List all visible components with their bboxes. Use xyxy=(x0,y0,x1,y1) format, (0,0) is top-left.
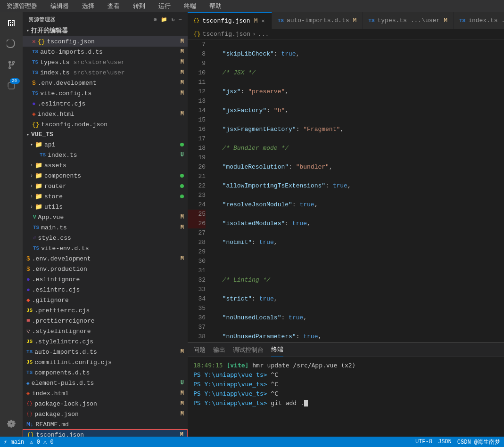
terminal-tabs: 问题 输出 调试控制台 终端 xyxy=(188,343,504,357)
tree-auto-imports2[interactable]: TS auto-imports.d.ts M xyxy=(23,347,188,357)
tab-close-icon[interactable]: ✕ xyxy=(260,16,265,25)
tab-json-icon: {} xyxy=(193,18,199,24)
menu-edit[interactable]: 编辑器 xyxy=(48,1,72,11)
open-file-tsconfig-node[interactable]: {} tsconfig.node.json xyxy=(23,119,188,130)
terminal-content[interactable]: 18:49:15 [vite] hmr update /src/App.vue … xyxy=(188,357,504,437)
tab-terminal[interactable]: 终端 xyxy=(271,343,283,357)
terminal-area: 问题 输出 调试控制台 终端 18:49:15 [vite] hmr updat… xyxy=(188,342,504,437)
tree-package-json[interactable]: {} package.json M xyxy=(23,409,188,419)
tree-app-vue[interactable]: V App.vue M xyxy=(23,212,188,222)
tab-ts-icon2: TS xyxy=(368,18,374,24)
menu-terminal[interactable]: 终端 xyxy=(181,1,199,11)
activity-settings-icon[interactable] xyxy=(2,414,21,433)
menu-run[interactable]: 运行 xyxy=(156,1,174,11)
breadcrumb: {} tsconfig.json › ... xyxy=(188,29,504,40)
open-file-eslint[interactable]: ● .eslintrc.cjs xyxy=(23,98,188,109)
code-content[interactable]: "skipLibCheck": true, /* JSX */ "jsx": "… xyxy=(211,40,504,342)
tree-tsconfig-json[interactable]: {} tsconfig.json M xyxy=(23,430,188,437)
menu-help[interactable]: 帮助 xyxy=(207,1,224,11)
open-file-env[interactable]: $ .env.development M xyxy=(23,78,188,88)
modified-dot4 xyxy=(180,195,184,198)
ts-icon2: TS xyxy=(32,59,38,65)
tree-element-puls[interactable]: ◈ element-puls.d.ts U xyxy=(23,378,188,388)
sidebar-icons: ⊕ 📁 ↻ ⋯ xyxy=(154,16,182,23)
sidebar-new-file-icon[interactable]: ⊕ xyxy=(154,16,157,23)
activity-extensions-icon[interactable]: 20 xyxy=(2,76,21,95)
tree-components-dts[interactable]: TS components.d.ts xyxy=(23,367,188,378)
folder-icon3: 📁 xyxy=(35,172,42,179)
tree-main-ts[interactable]: TS main.ts M xyxy=(23,222,188,233)
tab-types[interactable]: TS types.ts ...\user M xyxy=(363,12,454,29)
json-icon5: {} xyxy=(27,431,34,437)
open-file-index[interactable]: TS index.ts src\store\user M xyxy=(23,67,188,78)
open-editors-header[interactable]: ▾ 打开的编辑器 xyxy=(23,25,188,36)
tree-components-folder[interactable]: › 📁 components xyxy=(23,171,188,181)
tab-bar: {} tsconfig.json M ✕ TS auto-imports.d.t… xyxy=(188,12,504,29)
tree-index-html[interactable]: ◈ index.html M xyxy=(23,388,188,398)
status-branch[interactable]: ⚡ main xyxy=(4,439,24,446)
open-file-types[interactable]: TS types.ts src\store\user M xyxy=(23,57,188,67)
dollar-icon: $ xyxy=(32,80,36,87)
tree-store-folder[interactable]: › 📁 store xyxy=(23,191,188,202)
tree-api-index[interactable]: TS index.ts U xyxy=(23,150,188,160)
tree-commitlint[interactable]: JS commitlint.config.cjs xyxy=(23,357,188,367)
activity-explorer-icon[interactable] xyxy=(2,14,21,33)
json-icon: {} xyxy=(38,38,45,45)
activity-search-icon[interactable] xyxy=(2,35,21,54)
tree-package-lock[interactable]: {} package-lock.json M xyxy=(23,398,188,409)
tree-style-css[interactable]: # style.css xyxy=(23,233,188,243)
tree-readme[interactable]: M↓ README.md xyxy=(23,419,188,430)
ts-icon: TS xyxy=(32,49,38,55)
open-file-index-html[interactable]: ◈ index.html M xyxy=(23,109,188,119)
ts-icon7: TS xyxy=(33,245,39,251)
code-editor[interactable]: 78910 11121314 15161718 19202122 232425 … xyxy=(188,40,504,342)
json-icon4: {} xyxy=(26,411,33,417)
tab-problems[interactable]: 问题 xyxy=(193,343,206,357)
folder-icon5: 📁 xyxy=(35,193,42,200)
sidebar-collapse-icon[interactable]: ⋯ xyxy=(179,16,182,23)
status-left: ⚡ main ⚠ 0 △ 0 xyxy=(4,439,54,446)
tree-gitignore[interactable]: ◆ .gitignore xyxy=(23,295,188,305)
dollar-icon3: $ xyxy=(26,266,30,273)
status-encoding[interactable]: UTF-8 xyxy=(415,439,432,445)
ts-icon6: TS xyxy=(33,225,39,230)
open-file-tsconfig[interactable]: ✕ {} tsconfig.json M xyxy=(23,36,188,47)
js-icon2: JS xyxy=(26,339,33,344)
sidebar-new-folder-icon[interactable]: 📁 xyxy=(161,16,168,23)
menu-explorer[interactable]: 资源管理器 xyxy=(4,1,40,11)
tab-debug-console[interactable]: 调试控制台 xyxy=(233,343,264,357)
tree-env-dev[interactable]: $ .env.development M xyxy=(23,253,188,264)
vue-ts-header[interactable]: ▾ VUE_TS xyxy=(23,130,188,139)
menu-view[interactable]: 查看 xyxy=(105,1,123,11)
tree-env-prod[interactable]: $ .env.production xyxy=(23,264,188,274)
tree-stylelintignore[interactable]: ▽ .stylelintignore xyxy=(23,326,188,336)
tree-utils-folder[interactable]: › 📁 utils xyxy=(23,202,188,212)
activity-git-icon[interactable] xyxy=(2,56,21,74)
sidebar: 资源管理器 ⊕ 📁 ↻ ⋯ ▾ 打开的编辑器 ✕ {} xyxy=(23,12,188,437)
tree-stylelintrc[interactable]: JS .stylelintrc.cjs xyxy=(23,336,188,347)
tree-api-folder[interactable]: ▾ 📁 api xyxy=(23,139,188,150)
menu-goto[interactable]: 转到 xyxy=(130,1,148,11)
tab-tsconfig[interactable]: {} tsconfig.json M ✕ xyxy=(188,12,272,29)
open-file-vite[interactable]: TS vite.config.ts M xyxy=(23,88,188,98)
ts-icon9: TS xyxy=(26,370,33,375)
eslint-icon3: ● xyxy=(26,286,30,293)
status-language[interactable]: JSON xyxy=(438,439,452,445)
tree-assets-folder[interactable]: › 📁 assets xyxy=(23,160,188,171)
tree-router-folder[interactable]: › 📁 router xyxy=(23,181,188,191)
folder-icon6: 📁 xyxy=(35,203,42,211)
tab-output[interactable]: 输出 xyxy=(213,343,225,357)
tree-eslintignore[interactable]: ● .eslintignore xyxy=(23,274,188,284)
sidebar-refresh-icon[interactable]: ↻ xyxy=(172,16,175,23)
tree-prettierrc[interactable]: JS .prettierrc.cjs xyxy=(23,305,188,316)
folder-icon4: 📁 xyxy=(35,182,42,190)
tab-index[interactable]: TS index.ts ...\user M xyxy=(454,12,504,29)
open-file-auto-imports[interactable]: TS auto-imports.d.ts M xyxy=(23,47,188,57)
top-menu-bar: 资源管理器 编辑器 选择 查看 转到 运行 终端 帮助 xyxy=(0,0,504,12)
tree-prettierignore[interactable]: ≡ .prettierrcignore xyxy=(23,316,188,326)
tree-eslintrc[interactable]: ● .eslintrc.cjs xyxy=(23,284,188,295)
open-editors-arrow: ▾ xyxy=(26,28,29,33)
tab-auto-imports[interactable]: TS auto-imports.d.ts M xyxy=(272,12,363,29)
menu-select[interactable]: 选择 xyxy=(79,1,97,11)
tree-vite-env[interactable]: TS vite-env.d.ts xyxy=(23,243,188,253)
